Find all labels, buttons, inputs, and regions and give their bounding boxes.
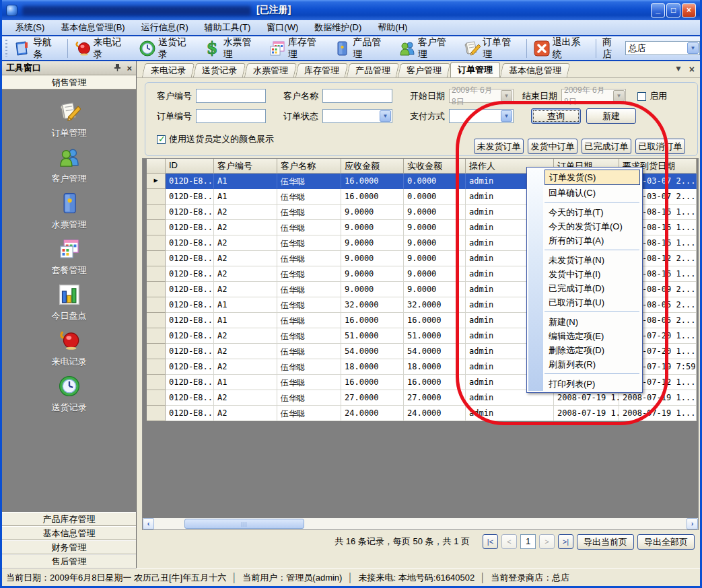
context-menu-item[interactable]: 今天的订单(T)	[545, 205, 641, 219]
context-menu-item[interactable]: 已取消订单(U)	[545, 295, 641, 309]
close-button[interactable]: ×	[682, 3, 696, 17]
toolbar-incoming-call-button[interactable]: 来电记录	[70, 35, 135, 62]
export-current-page-button[interactable]: 导出当前页	[577, 534, 634, 550]
shop-select[interactable]: 总店 ▼	[625, 41, 700, 55]
column-header[interactable]: 客户名称	[277, 159, 341, 174]
context-menu-item[interactable]: 新建(N)	[545, 315, 641, 329]
menu-data-maintenance[interactable]: 数据维护(D)	[306, 20, 370, 35]
new-button[interactable]: 新建	[586, 108, 636, 124]
sidebar-section-product-inventory[interactable]: 产品库存管理	[2, 512, 136, 526]
scroll-right-icon[interactable]: ›	[687, 518, 698, 529]
minimize-button[interactable]: _	[651, 3, 665, 17]
menu-help[interactable]: 帮助(H)	[370, 20, 415, 35]
tab-delivery-records[interactable]: 送货记录	[193, 63, 246, 77]
tab-incoming-calls[interactable]: 来电记录	[142, 63, 195, 77]
tab-list-chevron-icon[interactable]: ▼	[674, 64, 682, 75]
toolbar-delivery-record-button[interactable]: 送货记录	[135, 35, 199, 62]
sidebar-section-after-sales[interactable]: 售后管理	[2, 554, 136, 568]
enable-checkbox[interactable]: 启用	[637, 90, 667, 102]
context-menu-item[interactable]: 删除选定项(D)	[545, 343, 641, 357]
table-row[interactable]: 012D-E8...A2伍华聪24.000024.0000admin2008-0…	[147, 406, 697, 421]
sidebar-item-customers[interactable]: 客户管理	[29, 146, 110, 192]
prev-page-button[interactable]: <	[501, 534, 517, 549]
filter-shipping-button[interactable]: 发货中订单	[528, 139, 577, 154]
order-status-select[interactable]: ▼	[322, 109, 392, 123]
maximize-button[interactable]: □	[666, 3, 680, 17]
pin-icon[interactable]	[114, 63, 121, 73]
order-code-input[interactable]	[196, 109, 266, 123]
tab-customers[interactable]: 客户管理	[398, 63, 450, 77]
toolbar-navigator-button[interactable]: 导航条	[9, 35, 65, 62]
export-all-pages-button[interactable]: 导出全部页	[637, 534, 695, 550]
column-header[interactable]: 客户编号	[214, 159, 277, 174]
delivery-color-checkbox[interactable]: 使用送货员定义的颜色展示	[157, 133, 274, 145]
grid-empty-area	[143, 421, 698, 518]
query-button[interactable]: 查询	[531, 108, 581, 124]
context-menu-item[interactable]: 打印列表(P)	[545, 377, 641, 391]
scrollbar-thumb[interactable]	[184, 519, 304, 529]
sidebar-section-basic-info[interactable]: 基本信息管理	[2, 526, 136, 540]
context-menu-item[interactable]: 未发货订单(N)	[545, 253, 641, 267]
row-selector-cell	[147, 282, 166, 297]
toolbar-exit-button[interactable]: 退出系统	[529, 35, 594, 62]
filter-unshipped-button[interactable]: 未发货订单	[474, 139, 524, 154]
sidebar-item-packages[interactable]: 套餐管理	[29, 237, 110, 283]
column-header[interactable]: 应收金额	[341, 159, 404, 174]
sidebar-section-finance[interactable]: 财务管理	[2, 540, 136, 554]
table-cell: A2	[214, 390, 277, 406]
end-date-picker[interactable]: 2009年 6月 8日 ▼	[561, 89, 626, 103]
filter-completed-button[interactable]: 已完成订单	[582, 139, 631, 154]
sidebar-item-water-tickets[interactable]: 水票管理	[29, 192, 110, 237]
sidebar-item-orders[interactable]: 订单管理	[29, 100, 110, 146]
row-selector-cell	[147, 313, 166, 328]
page-number-input[interactable]: 1	[520, 534, 536, 549]
filter-cancelled-button[interactable]: 已取消订单	[635, 139, 685, 154]
context-menu-item[interactable]: 所有的订单(A)	[545, 233, 641, 248]
tab-basic-info[interactable]: 基本信息管理	[500, 63, 570, 77]
sidebar-section-sales[interactable]: 销售管理	[2, 75, 136, 89]
start-date-picker[interactable]: 2009年 6月 8日 ▼	[449, 89, 514, 103]
close-icon[interactable]: ×	[127, 64, 132, 73]
pay-method-label: 支付方式	[407, 109, 445, 123]
table-cell: 012D-E8...	[166, 297, 214, 313]
menu-basic-info[interactable]: 基本信息管理(B)	[52, 20, 133, 35]
first-page-button[interactable]: |<	[483, 534, 498, 549]
sidebar-item-delivery-records[interactable]: 送货记录	[29, 375, 110, 420]
context-menu-item[interactable]: 发货中订单(I)	[545, 267, 641, 281]
toolbar-customers-button[interactable]: 客户管理	[394, 35, 459, 62]
tab-close-icon[interactable]: ×	[689, 64, 695, 75]
order-code-label: 订单编号	[154, 109, 192, 123]
context-menu-item[interactable]: 编辑选定项(E)	[545, 329, 641, 343]
customer-code-input[interactable]	[196, 89, 266, 103]
sidebar-item-daily-inventory[interactable]: 今日盘点	[29, 283, 110, 329]
customer-name-input[interactable]	[322, 89, 392, 103]
tab-products[interactable]: 产品管理	[347, 63, 399, 77]
context-menu-item[interactable]: 刷新列表(R)	[545, 357, 641, 371]
tab-water-tickets[interactable]: 水票管理	[244, 63, 297, 77]
context-menu-item[interactable]: 回单确认(C)	[545, 186, 641, 200]
menu-runtime-info[interactable]: 运行信息(R)	[133, 20, 197, 35]
toolbar-product-button[interactable]: 产品管理	[329, 35, 394, 62]
tab-orders[interactable]: 订单管理	[450, 62, 500, 77]
toolbar-water-ticket-button[interactable]: $ 水票管理	[199, 35, 264, 62]
column-header[interactable]: ID	[166, 159, 214, 174]
pay-method-select[interactable]: ▼	[449, 109, 514, 123]
last-page-button[interactable]: >|	[558, 534, 573, 549]
tab-inventory[interactable]: 库存管理	[295, 63, 348, 77]
table-cell: A1	[214, 297, 277, 313]
toolbar-orders-button[interactable]: 订单管理	[459, 35, 524, 62]
table-cell: 012D-E8...	[166, 266, 214, 282]
context-menu-item[interactable]: 订单发货(S)	[545, 170, 640, 185]
menu-window[interactable]: 窗口(W)	[258, 20, 306, 35]
menu-aux-tools[interactable]: 辅助工具(T)	[197, 20, 259, 35]
scroll-left-icon[interactable]: ‹	[143, 518, 154, 529]
context-menu-item[interactable]: 今天的发货订单(O)	[545, 219, 641, 233]
toolbar-grip[interactable]	[5, 40, 7, 57]
sidebar-item-incoming-calls[interactable]: 来电记录	[29, 329, 110, 375]
horizontal-scrollbar[interactable]: ‹ ›	[143, 518, 698, 529]
menu-system[interactable]: 系统(S)	[7, 20, 52, 35]
next-page-button[interactable]: >	[539, 534, 555, 549]
toolbar-inventory-button[interactable]: 库存管理	[265, 35, 329, 62]
context-menu-item[interactable]: 已完成订单(D)	[545, 281, 641, 295]
column-header[interactable]: 实收金额	[404, 159, 466, 174]
